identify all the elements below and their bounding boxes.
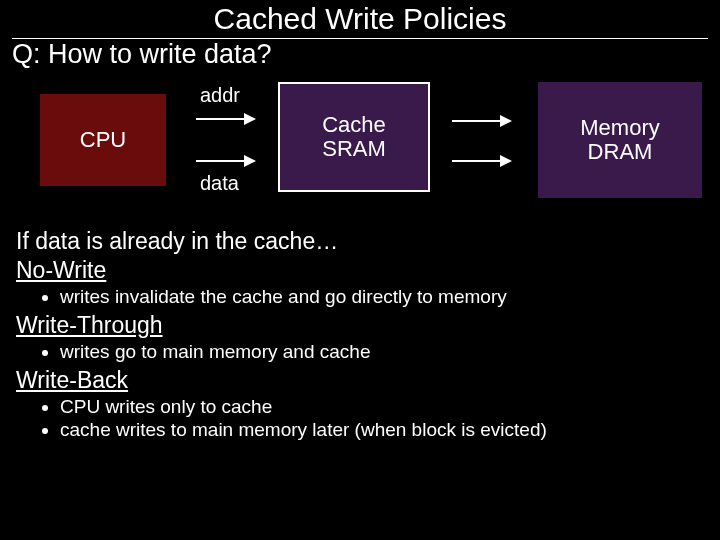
cache-block: Cache SRAM bbox=[278, 82, 430, 192]
addr-label: addr bbox=[200, 84, 240, 107]
arrow-cpu-cache-data bbox=[196, 160, 254, 162]
cache-label-bot: SRAM bbox=[322, 137, 386, 161]
list-item: cache writes to main memory later (when … bbox=[60, 419, 704, 441]
memory-label-top: Memory bbox=[580, 116, 659, 140]
cache-label-top: Cache bbox=[322, 113, 386, 137]
cpu-block: CPU bbox=[38, 92, 168, 188]
list-item: writes go to main memory and cache bbox=[60, 341, 704, 363]
body-text: If data is already in the cache… No-Writ… bbox=[0, 218, 720, 441]
cpu-label: CPU bbox=[80, 128, 126, 152]
list-item: CPU writes only to cache bbox=[60, 396, 704, 418]
data-label: data bbox=[200, 172, 239, 195]
policy-writeback-list: CPU writes only to cache cache writes to… bbox=[16, 396, 704, 441]
slide-title: Cached Write Policies bbox=[0, 0, 720, 36]
policy-nowrite-list: writes invalidate the cache and go direc… bbox=[16, 286, 704, 308]
policy-writethrough-list: writes go to main memory and cache bbox=[16, 341, 704, 363]
divider: Q: How to write data? bbox=[12, 38, 708, 70]
memory-label-bot: DRAM bbox=[588, 140, 653, 164]
list-item: writes invalidate the cache and go direc… bbox=[60, 286, 704, 308]
policy-writethrough-heading: Write-Through bbox=[16, 312, 704, 339]
policy-nowrite-heading: No-Write bbox=[16, 257, 704, 284]
arrow-cache-mem-top bbox=[452, 120, 510, 122]
memory-block: Memory DRAM bbox=[536, 80, 704, 200]
lead-text: If data is already in the cache… bbox=[16, 228, 704, 255]
slide: Cached Write Policies Q: How to write da… bbox=[0, 0, 720, 540]
arrow-cache-mem-bot bbox=[452, 160, 510, 162]
slide-question: Q: How to write data? bbox=[12, 39, 708, 70]
policy-writeback-heading: Write-Back bbox=[16, 367, 704, 394]
arrow-cpu-cache-addr bbox=[196, 118, 254, 120]
diagram: CPU addr data Cache SRAM Memory DRAM bbox=[0, 78, 720, 218]
